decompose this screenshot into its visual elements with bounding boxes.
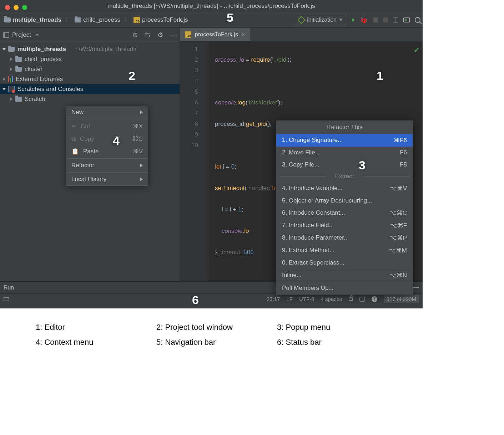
gear-icon[interactable]: ⚙ xyxy=(157,31,163,39)
project-view-icon xyxy=(3,32,9,38)
cut-icon: ✂ xyxy=(71,123,76,130)
chevron-down-icon xyxy=(339,19,343,21)
close-tab-icon[interactable]: × xyxy=(242,31,245,38)
breadcrumb-label: multiple_threads xyxy=(13,16,61,24)
breadcrumb-item[interactable]: processToFork.js xyxy=(132,16,189,24)
line-number: 3 xyxy=(182,65,198,76)
shortcut: F5 xyxy=(400,161,407,168)
shortcut: ⌥⌘C xyxy=(389,209,407,217)
minimize-window-button[interactable] xyxy=(14,5,19,10)
close-window-button[interactable] xyxy=(5,5,10,10)
shortcut: ⌥⌘P xyxy=(390,234,407,242)
popup-item[interactable]: 0. Extract Superclass... xyxy=(276,257,413,269)
encoding[interactable]: UTF-8 xyxy=(299,296,314,302)
tree-node[interactable]: Scratch xyxy=(0,94,180,104)
debug-button[interactable]: 🐞 xyxy=(360,16,368,24)
shortcut: ⌘X xyxy=(133,123,143,130)
popup-item[interactable]: 3. Copy File...F5 xyxy=(276,159,413,171)
expand-icon xyxy=(3,77,5,81)
breadcrumb: multiple_threads 〉 child_process 〉 proce… xyxy=(3,16,189,24)
submenu-arrow-icon xyxy=(140,111,143,114)
project-header[interactable]: Project ⊕ ⇆ ⚙ — xyxy=(0,28,180,42)
hide-icon[interactable]: — xyxy=(170,31,177,39)
line-number: 8 xyxy=(182,119,198,129)
js-file-icon xyxy=(185,31,191,38)
tree-node[interactable]: cluster xyxy=(0,64,180,74)
tree-node[interactable]: child_process xyxy=(0,54,180,64)
shortcut: ⌘C xyxy=(132,135,143,143)
project-header-title: Project xyxy=(12,31,31,39)
shortcut: ⌥⌘F xyxy=(390,222,407,229)
legend-item: 5: Navigation bar xyxy=(156,338,266,347)
caret-position[interactable]: 23:17 xyxy=(267,296,280,302)
locate-icon[interactable]: ⊕ xyxy=(132,31,138,39)
paste-icon: 📋 xyxy=(71,148,79,155)
indent[interactable]: 4 spaces xyxy=(321,296,342,302)
chevron-right-icon: 〉 xyxy=(123,16,131,24)
shortcut: ⌘V xyxy=(133,148,143,155)
stop-button-2[interactable] xyxy=(383,17,388,22)
line-separator[interactable]: LF xyxy=(287,296,293,302)
status-bar: 23:17 LF UTF-8 4 spaces ! 327 of 990M xyxy=(0,293,423,304)
editor-tab[interactable]: processToFork.js × xyxy=(180,28,250,41)
folder-icon xyxy=(8,47,15,52)
tree-node-root[interactable]: multiple_threads ~/WS/multiple_threads xyxy=(0,44,180,54)
menu-item-new[interactable]: New xyxy=(66,106,148,118)
breadcrumb-item[interactable]: child_process xyxy=(73,16,122,24)
lock-icon[interactable] xyxy=(349,297,353,301)
popup-section-header: Extract xyxy=(276,171,413,182)
popup-item[interactable]: 4. Introduce Variable...⌥⌘V xyxy=(276,182,413,195)
menu-item-cut[interactable]: ✂Cut⌘X xyxy=(66,120,148,133)
libraries-icon xyxy=(8,76,13,82)
popup-item[interactable]: 5. Object or Array Destructuring... xyxy=(276,195,413,207)
collapse-icon[interactable]: ⇆ xyxy=(145,31,150,39)
breadcrumb-item[interactable]: multiple_threads xyxy=(3,16,63,24)
breadcrumb-label: processToFork.js xyxy=(142,16,188,24)
legend-item: 4: Context menu xyxy=(36,338,146,347)
tab-label: processToFork.js xyxy=(195,31,238,38)
problems-icon[interactable]: ! xyxy=(372,296,377,302)
menu-item-local-history[interactable]: Local History xyxy=(66,173,148,185)
run-configuration-selector[interactable]: initialization xyxy=(294,15,347,25)
legend: 1: Editor 2: Project tool window 3: Popu… xyxy=(0,308,423,361)
popup-item[interactable]: 9. Extract Method...⌥⌘M xyxy=(276,244,413,257)
menu-item-refactor[interactable]: Refactor xyxy=(66,159,148,172)
expand-icon xyxy=(2,48,6,51)
maximize-window-button[interactable] xyxy=(22,5,27,10)
popup-item[interactable]: Pull Members Up... xyxy=(276,282,413,294)
stop-button[interactable] xyxy=(373,17,378,22)
run-button[interactable] xyxy=(352,18,355,22)
popup-item[interactable]: 6. Introduce Constant...⌥⌘C xyxy=(276,207,413,219)
expand-icon xyxy=(10,67,12,71)
tree-label: Scratch xyxy=(25,96,45,103)
menu-item-copy[interactable]: ⧉Copy⌘C xyxy=(66,133,148,145)
submenu-arrow-icon xyxy=(140,178,143,181)
navigation-bar: multiple_threads 〉 child_process 〉 proce… xyxy=(0,12,423,28)
minimize-icon[interactable] xyxy=(413,287,419,288)
gutter: 1 2 3 4 5 6 7 8 9 10 xyxy=(180,42,208,281)
popup-item[interactable]: Inline...⌥⌘N xyxy=(276,269,413,282)
menu-item-paste[interactable]: 📋Paste⌘V xyxy=(66,145,148,158)
run-anything-icon[interactable] xyxy=(403,17,410,22)
tool-windows-icon[interactable] xyxy=(4,297,9,301)
notifications-icon[interactable] xyxy=(359,297,365,302)
submenu-arrow-icon xyxy=(140,164,143,167)
tree-node-libraries[interactable]: External Libraries xyxy=(0,74,180,84)
annotation-1: 1 xyxy=(377,69,383,83)
tree-label: External Libraries xyxy=(16,76,63,83)
popup-item[interactable]: 8. Introduce Parameter...⌥⌘P xyxy=(276,232,413,244)
memory-indicator[interactable]: 327 of 990M xyxy=(384,295,419,303)
popup-item[interactable]: 2. Move File...F6 xyxy=(276,147,413,159)
folder-icon xyxy=(15,57,22,62)
search-icon[interactable] xyxy=(415,17,420,23)
shortcut: ⌥⌘N xyxy=(389,272,407,279)
tree-node-scratches[interactable]: Scratches and Consoles xyxy=(0,84,180,94)
shortcut: F6 xyxy=(400,149,407,156)
popup-item[interactable]: 1. Change Signature...⌘F6 xyxy=(276,134,413,147)
popup-item[interactable]: 7. Introduce Field...⌥⌘F xyxy=(276,219,413,232)
line-number: 5 xyxy=(182,87,198,97)
tree-label: Scratches and Consoles xyxy=(17,86,83,93)
annotation-4: 4 xyxy=(113,134,120,148)
editor-tabs: processToFork.js × xyxy=(180,28,423,42)
layout-icon[interactable] xyxy=(393,17,398,23)
